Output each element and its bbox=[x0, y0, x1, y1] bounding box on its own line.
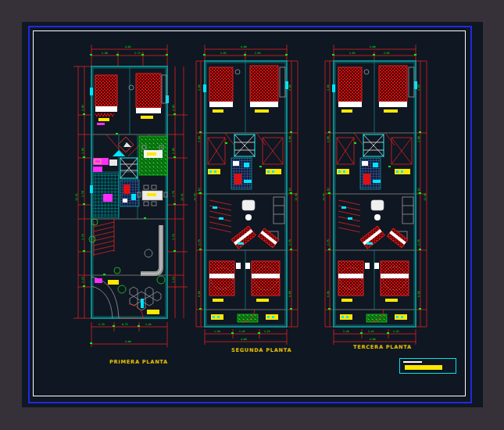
dim-labels-left-total: 12.00 bbox=[323, 193, 325, 201]
room-tag bbox=[98, 118, 109, 121]
svg-text:2.90: 2.90 bbox=[327, 84, 330, 91]
room-tag bbox=[213, 299, 223, 302]
svg-text:2.93: 2.93 bbox=[81, 105, 84, 111]
svg-text:0.85: 0.85 bbox=[327, 291, 330, 297]
dim-labels-left-total: 12.00 bbox=[194, 193, 196, 201]
dim-labels-top: 1.952.05 bbox=[349, 52, 390, 55]
bathroom bbox=[360, 158, 381, 189]
toilet bbox=[362, 161, 368, 166]
svg-text:2.85: 2.85 bbox=[172, 148, 175, 154]
room-tag bbox=[147, 193, 156, 196]
bedroom-top-right bbox=[379, 66, 414, 113]
room-tag bbox=[108, 280, 119, 285]
svg-text:4.00: 4.00 bbox=[125, 340, 131, 343]
plant bbox=[157, 276, 165, 284]
toilet bbox=[123, 199, 127, 202]
svg-text:12.00: 12.00 bbox=[323, 193, 325, 201]
dining-room bbox=[138, 185, 167, 206]
light-shaft-right bbox=[263, 138, 283, 164]
room-tag bbox=[256, 299, 269, 302]
svg-text:2.88: 2.88 bbox=[198, 136, 201, 142]
svg-text:12.41: 12.41 bbox=[75, 193, 78, 201]
dim-labels-left: 2.932.852.782.701.15 bbox=[81, 105, 84, 283]
svg-text:2.05: 2.05 bbox=[255, 52, 261, 55]
dim-labels-right-total: 12.41 bbox=[181, 193, 184, 201]
dim-labels-bottom: 1.790.751.46 bbox=[98, 323, 152, 326]
wardrobe bbox=[409, 67, 414, 97]
armchair bbox=[242, 200, 255, 210]
dim-labels-right-total: 12.00 bbox=[424, 193, 427, 201]
window-right bbox=[414, 81, 417, 89]
dim-labels-left: 2.902.882.622.750.85 bbox=[327, 84, 330, 297]
bedroom-top-left bbox=[338, 67, 369, 113]
svg-text:1.15: 1.15 bbox=[172, 277, 175, 283]
svg-text:0.85: 0.85 bbox=[288, 291, 291, 297]
wardrobe bbox=[280, 67, 285, 97]
svg-text:1.95: 1.95 bbox=[220, 52, 227, 55]
column bbox=[141, 299, 144, 308]
bathroom bbox=[231, 158, 252, 189]
nightstand bbox=[236, 263, 241, 269]
room-tag bbox=[141, 116, 153, 119]
room-tag bbox=[384, 109, 398, 113]
dim-labels-top: 1.952.05 bbox=[220, 52, 261, 55]
bathroom bbox=[120, 180, 139, 206]
hex-paving bbox=[130, 287, 161, 310]
plan-title-tercera: TERCERA PLANTA bbox=[353, 344, 412, 350]
living-room bbox=[209, 197, 284, 249]
light-shaft-left bbox=[208, 138, 225, 164]
svg-text:2.70: 2.70 bbox=[81, 234, 84, 240]
bedroom-top-left bbox=[95, 75, 117, 125]
svg-text:4.00: 4.00 bbox=[241, 338, 247, 341]
svg-text:2.75: 2.75 bbox=[417, 239, 420, 245]
living-room bbox=[338, 197, 413, 249]
scale-bar-fill bbox=[405, 365, 442, 370]
dim-labels-left-total: 12.41 bbox=[75, 193, 78, 201]
window-left bbox=[203, 84, 206, 92]
room-tag bbox=[385, 299, 398, 302]
side-table bbox=[235, 70, 240, 74]
dim-labels-top-total: 4.00 bbox=[241, 45, 247, 48]
svg-text:2.73: 2.73 bbox=[134, 52, 141, 55]
bedroom-bottom-left bbox=[209, 261, 241, 302]
svg-text:0.85: 0.85 bbox=[198, 291, 201, 297]
shelf bbox=[402, 197, 413, 224]
floor-plan-segunda: 1.952.05 4.00 1.301.451.25 4.00 2.902.88… bbox=[194, 41, 319, 361]
svg-text:2.90: 2.90 bbox=[288, 84, 291, 91]
dim-labels-right-total: 12.00 bbox=[295, 193, 298, 201]
bathtub bbox=[234, 174, 241, 185]
room-tag bbox=[255, 109, 269, 113]
light-shaft-left bbox=[337, 138, 354, 164]
door-tag bbox=[97, 123, 105, 125]
svg-text:12.41: 12.41 bbox=[181, 193, 184, 201]
garden-patio bbox=[139, 136, 167, 175]
sink bbox=[373, 163, 378, 167]
dim-labels-bottom-total: 4.00 bbox=[370, 338, 376, 341]
svg-text:1.15: 1.15 bbox=[81, 277, 84, 283]
svg-text:2.93: 2.93 bbox=[172, 105, 175, 111]
balcony bbox=[211, 310, 278, 322]
towel-bar bbox=[244, 180, 252, 183]
dim-labels-left: 2.902.882.622.750.85 bbox=[198, 84, 201, 297]
svg-text:2.90: 2.90 bbox=[417, 84, 420, 91]
svg-text:2.78: 2.78 bbox=[172, 191, 175, 197]
dim-labels-top: 1.282.73 bbox=[102, 52, 141, 55]
plan-title-primera: PRIMERA PLANTA bbox=[109, 359, 168, 365]
coffee-table bbox=[145, 249, 152, 257]
svg-text:2.90: 2.90 bbox=[198, 84, 201, 91]
floor-plan-primera: 1.282.73 4.01 1.790.751.46 4.00 2.932.85… bbox=[69, 41, 194, 361]
svg-text:2.88: 2.88 bbox=[327, 136, 330, 142]
stairs-lower bbox=[89, 219, 120, 274]
stair-landing bbox=[113, 150, 125, 156]
balcony bbox=[340, 310, 407, 322]
room-tag bbox=[213, 109, 223, 113]
svg-text:12.00: 12.00 bbox=[424, 193, 427, 201]
dim-labels-right: 2.932.852.782.701.15 bbox=[172, 105, 175, 283]
bedroom-bottom-right bbox=[245, 261, 280, 302]
fridge bbox=[109, 159, 117, 166]
plan-title-segunda: SEGUNDA PLANTA bbox=[231, 347, 291, 353]
armchair bbox=[371, 200, 384, 210]
svg-text:4.01: 4.01 bbox=[125, 45, 131, 48]
dim-labels-bottom-total: 4.00 bbox=[125, 340, 131, 343]
svg-text:12.00: 12.00 bbox=[295, 193, 298, 201]
